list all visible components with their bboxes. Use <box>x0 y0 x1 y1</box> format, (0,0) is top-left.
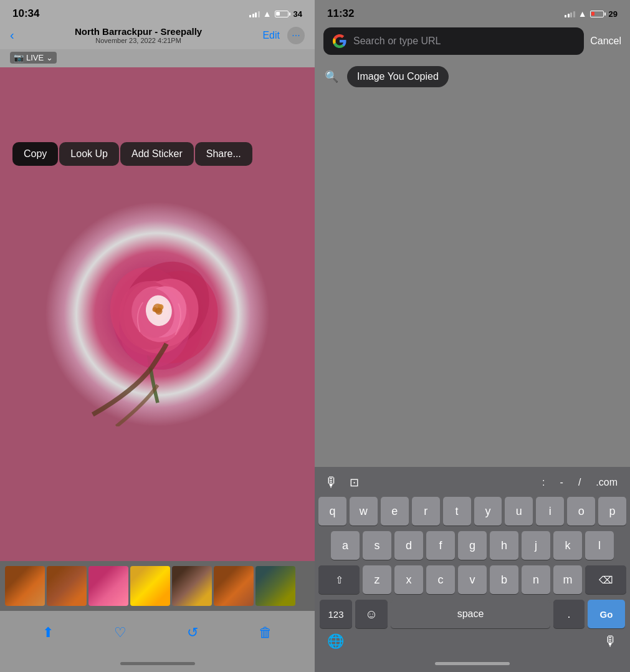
key-o[interactable]: o <box>567 497 595 526</box>
key-p[interactable]: p <box>598 497 626 526</box>
right-wifi-icon: ▲ <box>578 9 587 19</box>
rose-svg <box>52 202 264 426</box>
nav-bar: ‹ North Barrackpur - Sreepally November … <box>0 22 315 49</box>
home-bar-right <box>435 662 510 665</box>
back-button[interactable]: ‹ <box>10 28 14 42</box>
key-h[interactable]: h <box>490 531 518 560</box>
right-battery-icon <box>590 11 606 17</box>
suggestion-row: 🔍 Image You Copied <box>315 60 630 94</box>
left-status-bar: 10:34 ▲ 34 <box>0 0 315 22</box>
delete-button[interactable]: 🗑 <box>259 625 272 641</box>
key-m[interactable]: m <box>553 565 582 594</box>
google-logo <box>332 34 347 49</box>
key-k[interactable]: k <box>553 531 582 560</box>
thumbnail-bar <box>0 561 315 611</box>
thumbnail-7[interactable] <box>255 566 295 606</box>
lookup-menu-item[interactable]: Look Up <box>59 142 119 166</box>
key-j[interactable]: j <box>522 531 550 560</box>
slash-key[interactable]: / <box>576 477 583 488</box>
nav-right-buttons: Edit ··· <box>262 27 305 44</box>
dash-key[interactable]: - <box>558 477 566 488</box>
key-b[interactable]: b <box>490 565 518 594</box>
signal-bars-icon <box>249 10 260 17</box>
nav-title: North Barrackpur - Sreepally November 23… <box>75 26 202 44</box>
key-r[interactable]: r <box>412 497 440 526</box>
key-e[interactable]: e <box>381 497 409 526</box>
right-status-icons: ▲ 29 <box>565 9 618 19</box>
key-v[interactable]: v <box>458 565 487 594</box>
key-a[interactable]: a <box>331 531 360 560</box>
ellipsis-icon: ··· <box>292 30 300 41</box>
key-s[interactable]: s <box>363 531 391 560</box>
key-x[interactable]: x <box>394 565 423 594</box>
left-phone-panel: 10:34 ▲ 34 ‹ North Barrackpur - Sreepall… <box>0 0 315 672</box>
rose-image <box>0 67 315 561</box>
thumbnail-5[interactable] <box>172 566 212 606</box>
key-i[interactable]: i <box>536 497 564 526</box>
battery-pct-left: 34 <box>294 9 302 19</box>
go-key[interactable]: Go <box>588 600 625 628</box>
delete-key[interactable]: ⌫ <box>585 565 626 594</box>
key-t[interactable]: t <box>443 497 471 526</box>
globe-icon[interactable]: 🌐 <box>327 633 344 650</box>
key-u[interactable]: u <box>505 497 533 526</box>
copy-menu-item[interactable]: Copy <box>12 142 58 166</box>
home-indicator-right <box>315 655 630 672</box>
more-button[interactable]: ··· <box>287 27 305 44</box>
thumbnail-1[interactable] <box>5 566 45 606</box>
image-copied-suggestion[interactable]: Image You Copied <box>347 66 449 87</box>
info-button[interactable]: ↺ <box>187 625 198 641</box>
space-key[interactable]: space <box>391 600 550 628</box>
edit-button[interactable]: Edit <box>262 30 280 41</box>
keyboard-toolbar: 🎙 ⊡ : - / .com <box>317 472 628 497</box>
add-sticker-menu-item[interactable]: Add Sticker <box>120 142 194 166</box>
share-button[interactable]: ⬆ <box>42 625 54 641</box>
search-bar-area: Search or type URL Cancel <box>315 22 630 60</box>
emoji-key[interactable]: ☺ <box>355 600 388 628</box>
context-menu: Copy Look Up Add Sticker Share... <box>12 142 252 166</box>
key-y[interactable]: y <box>474 497 502 526</box>
key-l[interactable]: l <box>585 531 614 560</box>
key-z[interactable]: z <box>363 565 391 594</box>
colon-key[interactable]: : <box>540 477 547 488</box>
right-status-bar: 11:32 ▲ 29 <box>315 0 630 22</box>
key-g[interactable]: g <box>458 531 487 560</box>
search-input-wrap[interactable]: Search or type URL <box>323 27 584 55</box>
camera-kb-icon[interactable]: ⊡ <box>350 476 359 489</box>
wifi-icon: ▲ <box>263 9 272 19</box>
thumbnail-6[interactable] <box>214 566 254 606</box>
thumbnail-3[interactable] <box>88 566 128 606</box>
keyboard-bottom-bar: 🌐 🎙 <box>317 632 628 652</box>
key-w[interactable]: w <box>350 497 378 526</box>
period-key[interactable]: . <box>553 600 585 628</box>
shift-key[interactable]: ⇧ <box>318 565 360 594</box>
key-f[interactable]: f <box>426 531 455 560</box>
numbers-key[interactable]: 123 <box>320 600 352 628</box>
thumbnail-2[interactable] <box>47 566 87 606</box>
content-spacer <box>315 94 630 467</box>
mic-icon[interactable]: 🎙 <box>604 633 618 650</box>
microphone-kb-icon[interactable]: 🎙 <box>325 474 338 491</box>
keyboard-row-1: q w e r t y u i o p <box>317 497 628 526</box>
left-time: 10:34 <box>12 7 39 20</box>
live-chevron-icon: ⌄ <box>46 53 53 62</box>
right-phone-panel: 11:32 ▲ 29 <box>315 0 630 672</box>
dotcom-key[interactable]: .com <box>593 477 620 488</box>
keyboard-row-4: 123 ☺ space . Go <box>317 600 628 628</box>
key-n[interactable]: n <box>522 565 550 594</box>
cancel-button[interactable]: Cancel <box>590 36 621 47</box>
right-signal-icon <box>565 10 575 17</box>
live-badge[interactable]: 📷 LIVE ⌄ <box>10 52 57 64</box>
home-indicator-left <box>0 655 315 672</box>
search-suggestion-icon: 🔍 <box>325 70 338 84</box>
thumbnail-4[interactable] <box>130 566 170 606</box>
keyboard: 🎙 ⊡ : - / .com q w e r t y u i o p a <box>315 467 630 655</box>
key-d[interactable]: d <box>394 531 423 560</box>
keyboard-row-3: ⇧ z x c v b n m ⌫ <box>317 565 628 594</box>
share-menu-item[interactable]: Share... <box>195 142 252 166</box>
key-q[interactable]: q <box>318 497 346 526</box>
favorite-button[interactable]: ♡ <box>114 625 126 641</box>
key-c[interactable]: c <box>426 565 455 594</box>
photo-date: November 23, 2022 4:21PM <box>75 37 202 44</box>
keyboard-row-2: a s d f g h j k l <box>317 531 628 560</box>
